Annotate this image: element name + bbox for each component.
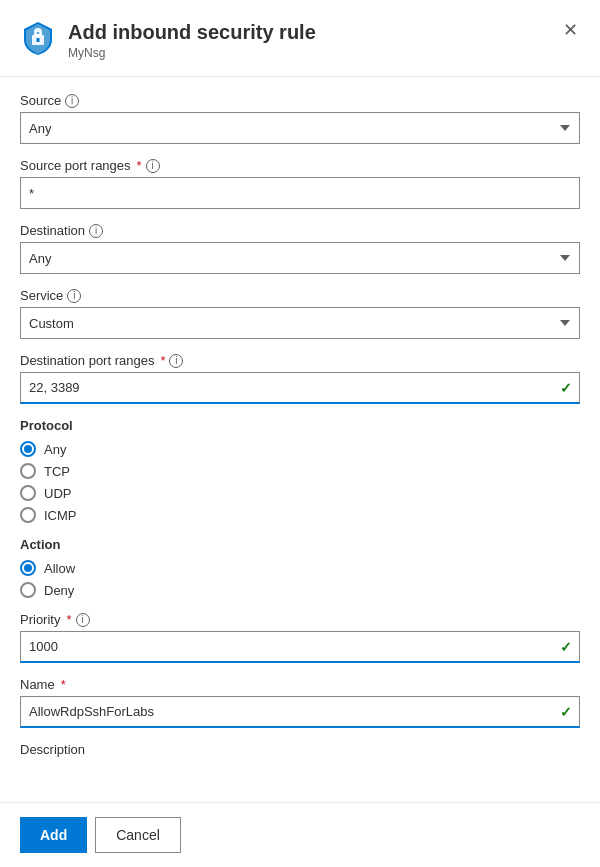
protocol-icmp-item[interactable]: ICMP [20, 507, 580, 523]
action-allow-label: Allow [44, 561, 75, 576]
action-allow-item[interactable]: Allow [20, 560, 580, 576]
dest-port-ranges-required: * [160, 353, 165, 368]
dest-port-ranges-check-icon: ✓ [560, 380, 572, 396]
name-input[interactable] [20, 696, 580, 728]
source-port-ranges-group: Source port ranges * i [20, 158, 580, 209]
protocol-any-radio[interactable] [20, 441, 36, 457]
priority-info-icon[interactable]: i [76, 613, 90, 627]
panel-subtitle: MyNsg [68, 46, 316, 60]
action-deny-label: Deny [44, 583, 74, 598]
description-label: Description [20, 742, 580, 757]
dest-port-ranges-label-text: Destination port ranges [20, 353, 154, 368]
destination-select-wrapper: Any [20, 242, 580, 274]
dest-port-ranges-group: Destination port ranges * i ✓ [20, 353, 580, 404]
protocol-tcp-radio[interactable] [20, 463, 36, 479]
name-label: Name * [20, 677, 580, 692]
name-check-icon: ✓ [560, 704, 572, 720]
protocol-any-item[interactable]: Any [20, 441, 580, 457]
protocol-icmp-label: ICMP [44, 508, 77, 523]
priority-group: Priority * i ✓ [20, 612, 580, 663]
protocol-radio-group: Any TCP UDP ICMP [20, 441, 580, 523]
protocol-label: Protocol [20, 418, 580, 433]
dest-port-ranges-input[interactable] [20, 372, 580, 404]
name-required: * [61, 677, 66, 692]
protocol-tcp-item[interactable]: TCP [20, 463, 580, 479]
panel-header: Add inbound security rule MyNsg ✕ [0, 0, 600, 77]
source-group: Source i Any [20, 93, 580, 144]
source-select[interactable]: Any [20, 112, 580, 144]
protocol-udp-item[interactable]: UDP [20, 485, 580, 501]
source-port-ranges-label-text: Source port ranges [20, 158, 131, 173]
protocol-udp-radio[interactable] [20, 485, 36, 501]
source-port-ranges-required: * [137, 158, 142, 173]
dest-port-ranges-input-wrapper: ✓ [20, 372, 580, 404]
svg-rect-2 [37, 38, 40, 42]
priority-check-icon: ✓ [560, 639, 572, 655]
service-group: Service i Custom [20, 288, 580, 339]
destination-group: Destination i Any [20, 223, 580, 274]
panel-title: Add inbound security rule [68, 20, 316, 44]
destination-label-text: Destination [20, 223, 85, 238]
close-button[interactable]: ✕ [556, 16, 584, 44]
action-allow-radio[interactable] [20, 560, 36, 576]
protocol-icmp-radio[interactable] [20, 507, 36, 523]
nsg-icon [20, 20, 56, 56]
protocol-udp-label: UDP [44, 486, 71, 501]
service-select[interactable]: Custom [20, 307, 580, 339]
source-select-wrapper: Any [20, 112, 580, 144]
service-select-wrapper: Custom [20, 307, 580, 339]
protocol-any-label: Any [44, 442, 66, 457]
service-info-icon[interactable]: i [67, 289, 81, 303]
source-label-text: Source [20, 93, 61, 108]
priority-label: Priority * i [20, 612, 580, 627]
name-label-text: Name [20, 677, 55, 692]
destination-select[interactable]: Any [20, 242, 580, 274]
priority-required: * [66, 612, 71, 627]
action-label: Action [20, 537, 580, 552]
description-label-text: Description [20, 742, 85, 757]
add-inbound-rule-panel: Add inbound security rule MyNsg ✕ Source… [0, 0, 600, 867]
service-label-text: Service [20, 288, 63, 303]
header-text: Add inbound security rule MyNsg [68, 20, 316, 60]
action-group: Action Allow Deny [20, 537, 580, 598]
protocol-tcp-label: TCP [44, 464, 70, 479]
action-deny-item[interactable]: Deny [20, 582, 580, 598]
source-port-ranges-input[interactable] [20, 177, 580, 209]
description-group: Description [20, 742, 580, 757]
source-info-icon[interactable]: i [65, 94, 79, 108]
service-label: Service i [20, 288, 580, 303]
source-port-ranges-info-icon[interactable]: i [146, 159, 160, 173]
action-radio-group: Allow Deny [20, 560, 580, 598]
priority-input-wrapper: ✓ [20, 631, 580, 663]
add-button[interactable]: Add [20, 817, 87, 853]
name-group: Name * ✓ [20, 677, 580, 728]
priority-label-text: Priority [20, 612, 60, 627]
source-label: Source i [20, 93, 580, 108]
priority-input[interactable] [20, 631, 580, 663]
source-port-ranges-label: Source port ranges * i [20, 158, 580, 173]
action-deny-radio[interactable] [20, 582, 36, 598]
panel-body: Source i Any Source port ranges * i Dest… [0, 77, 600, 851]
name-input-wrapper: ✓ [20, 696, 580, 728]
cancel-button[interactable]: Cancel [95, 817, 181, 853]
protocol-group: Protocol Any TCP UDP ICMP [20, 418, 580, 523]
dest-port-ranges-info-icon[interactable]: i [169, 354, 183, 368]
destination-info-icon[interactable]: i [89, 224, 103, 238]
dest-port-ranges-label: Destination port ranges * i [20, 353, 580, 368]
destination-label: Destination i [20, 223, 580, 238]
panel-footer: Add Cancel [0, 802, 600, 867]
